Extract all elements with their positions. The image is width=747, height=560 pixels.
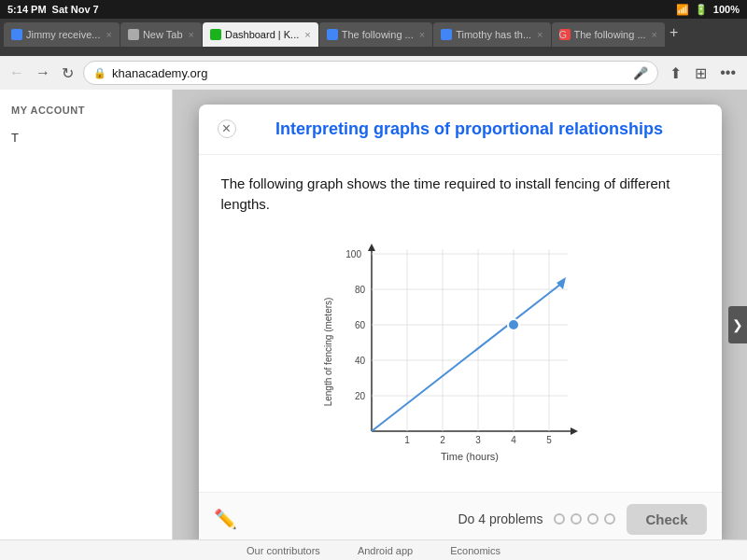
tab-jimmy-close[interactable]: × <box>106 29 111 40</box>
tab-following1-label: The following ... <box>342 29 414 40</box>
modal-footer: ✏️ Do 4 problems Check <box>199 492 722 546</box>
dot-2 <box>571 513 582 525</box>
tab-following1-close[interactable]: × <box>419 29 425 40</box>
status-time: 5:14 PM <box>7 4 47 15</box>
forward-button[interactable]: → <box>34 63 52 83</box>
status-bar: 5:14 PM Sat Nov 7 📶 🔋 100% <box>0 0 747 19</box>
page-body: MY ACCOUNT T × Interpreting graphs of pr… <box>0 90 747 560</box>
url-text: khanacademy.org <box>112 66 627 80</box>
svg-text:80: 80 <box>354 285 365 295</box>
chart-wrap: 20 40 60 80 100 1 2 3 4 5 <box>320 231 600 473</box>
sidebar-item-account[interactable]: T <box>0 125 172 150</box>
tab-following2-close[interactable]: × <box>652 29 657 40</box>
tab-timothy-close[interactable]: × <box>537 29 543 40</box>
svg-line-24 <box>372 284 561 431</box>
bottom-bar: Our contributors Android app Economics <box>0 539 747 560</box>
progress-dots <box>554 513 615 525</box>
svg-text:40: 40 <box>354 356 365 366</box>
svg-text:Length of fencing (meters): Length of fencing (meters) <box>323 297 333 406</box>
tab-following2-label: The following ... <box>574 29 646 40</box>
tab-newtab[interactable]: New Tab × <box>120 22 202 47</box>
problem-text: The following graph shows the time requi… <box>221 174 699 216</box>
tab-following1[interactable]: The following ... × <box>319 22 432 47</box>
tabs-button[interactable]: ⊞ <box>691 63 711 84</box>
new-tab-button[interactable]: + <box>666 24 682 41</box>
tab-jimmy-label: Jimmy receive... <box>26 29 100 40</box>
dot-3 <box>587 513 599 525</box>
bottom-link-economics[interactable]: Economics <box>450 545 500 556</box>
svg-text:60: 60 <box>354 320 365 330</box>
svg-marker-25 <box>557 277 566 289</box>
chart-container: 20 40 60 80 100 1 2 3 4 5 <box>221 231 699 473</box>
svg-marker-3 <box>571 427 578 435</box>
battery-percent: 100% <box>713 4 740 15</box>
tab-timothy-label: Timothy has th... <box>456 29 531 40</box>
tab-bar: Jimmy receive... × New Tab × Dashboard |… <box>0 19 747 47</box>
tab-dashboard-label: Dashboard | K... <box>225 29 299 40</box>
check-button[interactable]: Check <box>627 504 706 535</box>
lock-icon: 🔒 <box>93 67 106 79</box>
main-content: × Interpreting graphs of proportional re… <box>173 90 747 560</box>
next-arrow-button[interactable]: ❯ <box>728 306 747 343</box>
sidebar-items: T <box>0 121 172 154</box>
tab-newtab-label: New Tab <box>143 29 183 40</box>
tab-newtab-close[interactable]: × <box>189 29 194 40</box>
modal-body: The following graph shows the time requi… <box>199 155 722 492</box>
sidebar: MY ACCOUNT T <box>0 90 173 560</box>
battery-icon: 🔋 <box>695 4 708 16</box>
modal-overlay: × Interpreting graphs of proportional re… <box>199 105 722 546</box>
status-day: Sat Nov 7 <box>52 4 99 15</box>
modal-close-button[interactable]: × <box>218 119 236 138</box>
svg-text:20: 20 <box>354 391 365 401</box>
sidebar-header: MY ACCOUNT <box>0 99 172 121</box>
chart-svg: 20 40 60 80 100 1 2 3 4 5 <box>320 231 600 473</box>
svg-text:4: 4 <box>511 435 516 445</box>
svg-text:1: 1 <box>404 435 410 445</box>
right-chevron-icon: ❯ <box>732 317 743 332</box>
svg-text:2: 2 <box>440 435 445 445</box>
modal-title: Interpreting graphs of proportional rela… <box>236 119 703 139</box>
url-bar: ← → ↻ 🔒 khanacademy.org 🎤 ⬆ ⊞ ••• <box>0 56 747 90</box>
tab-dashboard[interactable]: Dashboard | K... × <box>203 22 318 47</box>
bottom-link-android[interactable]: Android app <box>358 545 413 556</box>
svg-text:5: 5 <box>546 435 552 445</box>
dot-1 <box>554 513 565 525</box>
svg-point-26 <box>508 319 519 330</box>
reload-button[interactable]: ↻ <box>60 63 76 84</box>
svg-text:100: 100 <box>345 249 361 259</box>
tab-timothy[interactable]: Timothy has th... × <box>433 22 550 47</box>
bottom-link-contributors[interactable]: Our contributors <box>247 545 320 556</box>
svg-text:3: 3 <box>475 435 481 445</box>
tab-following2[interactable]: G The following ... × <box>552 22 665 47</box>
url-actions: ⬆ ⊞ ••• <box>666 63 740 84</box>
svg-marker-2 <box>368 244 375 251</box>
back-button[interactable]: ← <box>7 63 26 83</box>
tab-dashboard-close[interactable]: × <box>304 29 310 40</box>
close-icon: × <box>222 120 231 137</box>
wifi-icon: 📶 <box>676 4 689 16</box>
url-input[interactable]: 🔒 khanacademy.org 🎤 <box>83 61 658 85</box>
do-problems-text: Do 4 problems <box>458 511 543 526</box>
svg-text:Time (hours): Time (hours) <box>441 451 499 462</box>
browser-chrome: Jimmy receive... × New Tab × Dashboard |… <box>0 19 747 56</box>
pencil-icon: ✏️ <box>214 508 237 530</box>
share-button[interactable]: ⬆ <box>666 63 685 84</box>
footer-right: Do 4 problems Check <box>458 504 706 535</box>
modal-header: × Interpreting graphs of proportional re… <box>199 105 722 155</box>
mic-icon[interactable]: 🎤 <box>633 66 648 80</box>
dot-4 <box>604 513 615 525</box>
menu-button[interactable]: ••• <box>716 63 740 83</box>
tab-jimmy[interactable]: Jimmy receive... × <box>4 22 120 47</box>
